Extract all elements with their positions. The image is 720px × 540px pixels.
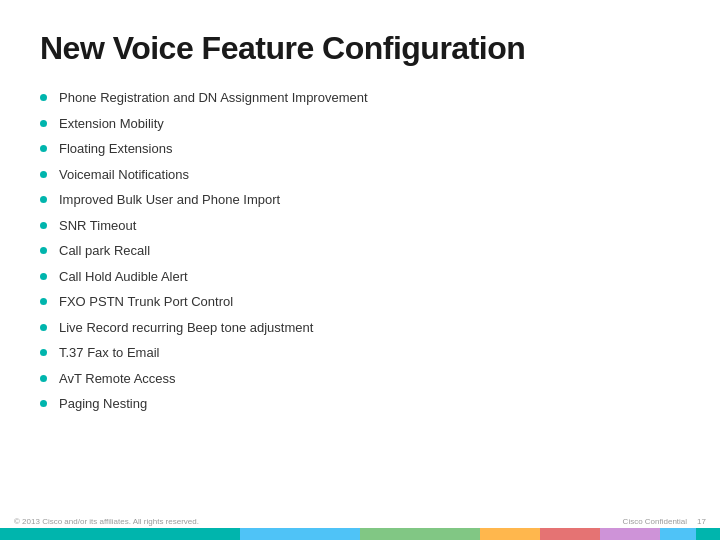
color-seg-8 — [696, 528, 720, 540]
bullet-dot-icon — [40, 120, 47, 127]
list-item: SNR Timeout — [40, 213, 680, 239]
list-item-text: Call park Recall — [59, 241, 150, 261]
list-item-text: Paging Nesting — [59, 394, 147, 414]
list-item: Voicemail Notifications — [40, 162, 680, 188]
list-item-text: FXO PSTN Trunk Port Control — [59, 292, 233, 312]
footer-copyright: © 2013 Cisco and/or its affiliates. All … — [14, 517, 199, 526]
list-item: Live Record recurring Beep tone adjustme… — [40, 315, 680, 341]
list-item-text: Live Record recurring Beep tone adjustme… — [59, 318, 313, 338]
color-seg-5 — [540, 528, 600, 540]
list-item: FXO PSTN Trunk Port Control — [40, 289, 680, 315]
list-item: Call park Recall — [40, 238, 680, 264]
list-item: T.37 Fax to Email — [40, 340, 680, 366]
list-item-text: Call Hold Audible Alert — [59, 267, 188, 287]
bullet-list: Phone Registration and DN Assignment Imp… — [40, 85, 680, 417]
list-item: Improved Bulk User and Phone Import — [40, 187, 680, 213]
slide: New Voice Feature Configuration Phone Re… — [0, 0, 720, 540]
page-title: New Voice Feature Configuration — [40, 30, 680, 67]
color-seg-2 — [240, 528, 360, 540]
color-seg-6 — [600, 528, 660, 540]
list-item: Paging Nesting — [40, 391, 680, 417]
list-item-text: Extension Mobility — [59, 114, 164, 134]
footer-confidential: Cisco Confidential — [623, 517, 687, 526]
list-item-text: Improved Bulk User and Phone Import — [59, 190, 280, 210]
list-item: Phone Registration and DN Assignment Imp… — [40, 85, 680, 111]
list-item-text: Floating Extensions — [59, 139, 172, 159]
footer-page: 17 — [697, 517, 706, 526]
list-item-text: T.37 Fax to Email — [59, 343, 159, 363]
list-item: Extension Mobility — [40, 111, 680, 137]
color-seg-3 — [360, 528, 480, 540]
bullet-dot-icon — [40, 247, 47, 254]
bullet-dot-icon — [40, 196, 47, 203]
list-item: Call Hold Audible Alert — [40, 264, 680, 290]
bullet-dot-icon — [40, 273, 47, 280]
footer-colorbar — [0, 528, 720, 540]
bullet-dot-icon — [40, 222, 47, 229]
bullet-dot-icon — [40, 145, 47, 152]
color-seg-7 — [660, 528, 696, 540]
bullet-dot-icon — [40, 171, 47, 178]
list-item-text: Phone Registration and DN Assignment Imp… — [59, 88, 368, 108]
bullet-dot-icon — [40, 375, 47, 382]
list-item-text: Voicemail Notifications — [59, 165, 189, 185]
bullet-dot-icon — [40, 400, 47, 407]
bullet-dot-icon — [40, 298, 47, 305]
bullet-dot-icon — [40, 324, 47, 331]
bullet-dot-icon — [40, 349, 47, 356]
bullet-dot-icon — [40, 94, 47, 101]
list-item-text: SNR Timeout — [59, 216, 136, 236]
footer: © 2013 Cisco and/or its affiliates. All … — [0, 512, 720, 540]
list-item: AvT Remote Access — [40, 366, 680, 392]
color-seg-1 — [0, 528, 240, 540]
footer-right: Cisco Confidential 17 — [623, 517, 706, 526]
list-item-text: AvT Remote Access — [59, 369, 176, 389]
color-seg-4 — [480, 528, 540, 540]
list-item: Floating Extensions — [40, 136, 680, 162]
